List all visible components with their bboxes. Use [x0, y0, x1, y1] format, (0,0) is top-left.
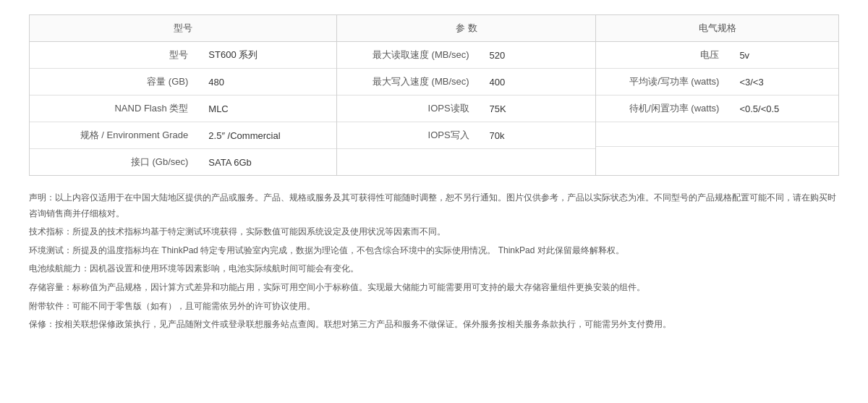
label-iops-read: IOPS读取 — [337, 96, 479, 122]
value-interface: SATA 6Gb — [198, 149, 336, 176]
value-capacity: 480 — [198, 69, 336, 96]
value-grade: 2.5″ /Commercial — [198, 122, 336, 149]
section2-header-row: 参 数 — [337, 15, 595, 42]
label-nand: NAND Flash 类型 — [30, 96, 198, 122]
row-model: 型号 ST600 系列 — [30, 42, 336, 69]
empty2-cell-1 — [596, 122, 729, 147]
section3-header: 电气规格 — [596, 15, 838, 42]
row-empty2 — [596, 122, 838, 147]
row-empty3 — [596, 147, 838, 171]
label-read-speed: 最大读取速度 (MB/sec) — [337, 42, 479, 69]
empty3-cell-1 — [596, 147, 729, 171]
row-idle-power: 待机/闲置功率 (watts) <0.5/<0.5 — [596, 96, 838, 122]
empty-cell-1 — [337, 149, 479, 174]
disclaimer-line-2: 技术指标：所提及的技术指标均基于特定测试环境获得，实际数值可能因系统设定及使用状… — [29, 224, 839, 240]
row-interface: 接口 (Gb/sec) SATA 6Gb — [30, 149, 336, 176]
row-voltage: 电压 5v — [596, 42, 838, 69]
disclaimer-line-5: 存储容量：标称值为产品规格，因计算方式差异和功能占用，实际可用空间小于标称值。实… — [29, 280, 839, 296]
row-avg-power: 平均读/写功率 (watts) <3/<3 — [596, 69, 838, 96]
section3-header-row: 电气规格 — [596, 15, 838, 42]
label-voltage: 电压 — [596, 42, 729, 69]
value-model: ST600 系列 — [198, 42, 336, 69]
label-avg-power: 平均读/写功率 (watts) — [596, 69, 729, 96]
value-voltage: 5v — [729, 42, 838, 69]
page-wrapper: 型号 型号 ST600 系列 容量 (GB) 480 NAND Flash 类型… — [0, 0, 868, 350]
disclaimer-line-1: 声明：以上内容仅适用于在中国大陆地区提供的产品或服务。产品、规格或服务及其可获得… — [29, 190, 839, 221]
row-iops-read: IOPS读取 75K — [337, 96, 595, 122]
disclaimer-line-4: 电池续航能力：因机器设置和使用环境等因素影响，电池实际续航时间可能会有变化。 — [29, 261, 839, 277]
value-read-speed: 520 — [480, 42, 596, 69]
value-avg-power: <3/<3 — [729, 69, 838, 96]
label-write-speed: 最大写入速度 (MB/sec) — [337, 69, 479, 96]
value-iops-write: 70k — [480, 122, 596, 149]
section-performance: 参 数 最大读取速度 (MB/sec) 520 最大写入速度 (MB/sec) … — [337, 15, 596, 176]
label-model: 型号 — [30, 42, 198, 69]
label-iops-write: IOPS写入 — [337, 122, 479, 149]
section1-header-row: 型号 — [30, 15, 336, 42]
label-capacity: 容量 (GB) — [30, 69, 198, 96]
value-iops-read: 75K — [480, 96, 596, 122]
section1-header: 型号 — [30, 15, 336, 42]
empty3-cell-2 — [729, 147, 838, 171]
row-capacity: 容量 (GB) 480 — [30, 69, 336, 96]
empty-cell-2 — [480, 149, 596, 174]
section-basic: 型号 型号 ST600 系列 容量 (GB) 480 NAND Flash 类型… — [30, 15, 337, 176]
label-interface: 接口 (Gb/sec) — [30, 149, 198, 176]
disclaimer-section: 声明：以上内容仅适用于在中国大陆地区提供的产品或服务。产品、规格或服务及其可获得… — [29, 190, 839, 333]
disclaimer-line-7: 保修：按相关联想保修政策执行，见产品随附文件或登录联想服务站点查阅。联想对第三方… — [29, 317, 839, 333]
value-write-speed: 400 — [480, 69, 596, 96]
row-write-speed: 最大写入速度 (MB/sec) 400 — [337, 69, 595, 96]
label-idle-power: 待机/闲置功率 (watts) — [596, 96, 729, 122]
disclaimer-line-3: 环境测试：所提及的温度指标均在 ThinkPad 特定专用试验室内完成，数据为理… — [29, 243, 839, 259]
value-nand: MLC — [198, 96, 336, 122]
row-empty — [337, 149, 595, 174]
row-grade: 规格 / Environment Grade 2.5″ /Commercial — [30, 122, 336, 149]
value-idle-power: <0.5/<0.5 — [729, 96, 838, 122]
disclaimer-line-6: 附带软件：可能不同于零售版（如有），且可能需依另外的许可协议使用。 — [29, 299, 839, 315]
section-electrical: 电气规格 电压 5v 平均读/写功率 (watts) <3/<3 待机/闲置功率… — [596, 15, 839, 176]
empty2-cell-2 — [729, 122, 838, 147]
specs-row: 型号 型号 ST600 系列 容量 (GB) 480 NAND Flash 类型… — [30, 15, 839, 176]
row-nand: NAND Flash 类型 MLC — [30, 96, 336, 122]
label-grade: 规格 / Environment Grade — [30, 122, 198, 149]
section2-header: 参 数 — [337, 15, 595, 42]
specs-table: 型号 型号 ST600 系列 容量 (GB) 480 NAND Flash 类型… — [29, 14, 839, 176]
row-iops-write: IOPS写入 70k — [337, 122, 595, 149]
row-read-speed: 最大读取速度 (MB/sec) 520 — [337, 42, 595, 69]
